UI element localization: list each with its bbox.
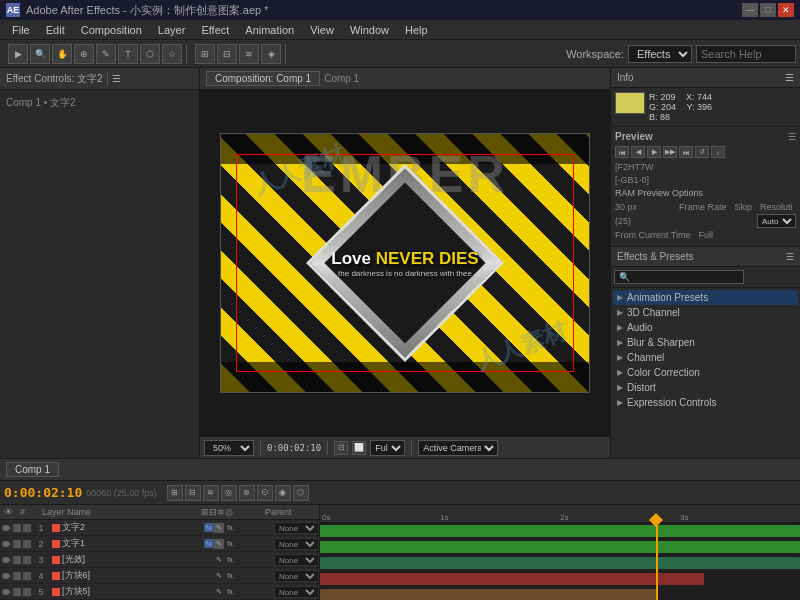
- layer-parent-select-4[interactable]: None: [274, 570, 319, 582]
- effects-item-label: Channel: [627, 352, 664, 363]
- layer-vis-1[interactable]: [0, 525, 12, 531]
- effect-controls-title: Effect Controls: 文字2: [6, 72, 103, 86]
- resolution-select[interactable]: Full: [370, 440, 405, 456]
- workspace-select[interactable]: Effects: [628, 45, 692, 63]
- composition-footer: 50% 0:00:02:10 ⊡ ⬜ Full Active Camera: [200, 436, 610, 458]
- effects-item-3d-channel[interactable]: ▶ 3D Channel: [613, 305, 798, 320]
- effects-item-color-correction[interactable]: ▶ Color Correction: [613, 365, 798, 380]
- track-rows: [320, 523, 800, 600]
- effects-item-blur[interactable]: ▶ Blur & Sharpen: [613, 335, 798, 350]
- switch-1[interactable]: ✎: [214, 523, 224, 533]
- switch-3[interactable]: ✎: [214, 539, 224, 549]
- tool-btn-12[interactable]: ◈: [261, 44, 281, 64]
- prev-back-btn[interactable]: ◀: [631, 146, 645, 158]
- timeline-tool-1[interactable]: ⊞: [167, 485, 183, 501]
- switch-10[interactable]: fx: [225, 587, 235, 597]
- tool-btn-2[interactable]: 🔍: [30, 44, 50, 64]
- zoom-select[interactable]: 50%: [204, 440, 254, 456]
- effects-menu-icon[interactable]: ☰: [786, 252, 794, 262]
- comp-tab-label[interactable]: Comp 1: [324, 73, 359, 84]
- prev-fwd-btn[interactable]: ▶▶: [663, 146, 677, 158]
- tool-btn-5[interactable]: ✎: [96, 44, 116, 64]
- layer-vis-2[interactable]: [0, 541, 12, 547]
- effects-item-expression-controls[interactable]: ▶ Expression Controls: [613, 395, 798, 410]
- tool-btn-4[interactable]: ⊕: [74, 44, 94, 64]
- timeline-tool-8[interactable]: ⬡: [293, 485, 309, 501]
- effects-item-audio[interactable]: ▶ Audio: [613, 320, 798, 335]
- prev-loop-btn[interactable]: ↺: [695, 146, 709, 158]
- menu-help[interactable]: Help: [397, 22, 436, 38]
- camera-select[interactable]: Active Camera: [418, 440, 498, 456]
- layer-vis-3[interactable]: [0, 557, 12, 563]
- switch-4[interactable]: fx: [225, 539, 235, 549]
- resolution-select-preview[interactable]: Auto: [757, 214, 796, 228]
- layer-num-5: 5: [32, 587, 50, 597]
- menu-view[interactable]: View: [302, 22, 342, 38]
- tool-btn-7[interactable]: ⬡: [140, 44, 160, 64]
- tool-btn-6[interactable]: T: [118, 44, 138, 64]
- title-bar: AE Adobe After Effects - 小实例：制作创意图案.aep …: [0, 0, 800, 20]
- tool-btn-1[interactable]: ▶: [8, 44, 28, 64]
- tool-btn-9[interactable]: ⊞: [195, 44, 215, 64]
- timeline-tool-5[interactable]: ⊛: [239, 485, 255, 501]
- switch-7[interactable]: ✎: [214, 571, 224, 581]
- timeline-tool-2[interactable]: ⊟: [185, 485, 201, 501]
- menu-edit[interactable]: Edit: [38, 22, 73, 38]
- maximize-button[interactable]: □: [760, 3, 776, 17]
- prev-first-btn[interactable]: ⏮: [615, 146, 629, 158]
- layer-panel: 👁 # Layer Name ⊞⊟≋◎ Parent 1 文字2 fx ✎ fx: [0, 505, 320, 600]
- switch-2[interactable]: fx: [225, 523, 235, 533]
- switch-5[interactable]: ✎: [214, 555, 224, 565]
- info-menu-icon[interactable]: ☰: [785, 72, 794, 83]
- prev-play-btn[interactable]: ▶: [647, 146, 661, 158]
- search-input[interactable]: [696, 45, 796, 63]
- effects-item-animation-presets[interactable]: ▶ Animation Presets: [613, 290, 798, 305]
- prev-last-btn[interactable]: ⏭: [679, 146, 693, 158]
- effects-item-channel[interactable]: ▶ Channel: [613, 350, 798, 365]
- menu-composition[interactable]: Composition: [73, 22, 150, 38]
- layer-vis-4[interactable]: [0, 573, 12, 579]
- minimize-button[interactable]: —: [742, 3, 758, 17]
- menu-effect[interactable]: Effect: [193, 22, 237, 38]
- switch-9[interactable]: ✎: [214, 587, 224, 597]
- layer-row-5: 5 [方块5] ✎ fx None: [0, 584, 319, 600]
- region-btn[interactable]: ⊡: [334, 441, 348, 455]
- timeline-tool-6[interactable]: ⏲: [257, 485, 273, 501]
- timeline-tool-4[interactable]: ◎: [221, 485, 237, 501]
- effects-search-input[interactable]: [614, 270, 744, 284]
- effects-item-distort[interactable]: ▶ Distort: [613, 380, 798, 395]
- transparency-btn[interactable]: ⬜: [352, 441, 366, 455]
- layer-parent-select-1[interactable]: None: [274, 522, 319, 534]
- layer-parent-select-2[interactable]: None: [274, 538, 319, 550]
- timeline-tool-3[interactable]: ≋: [203, 485, 219, 501]
- preview-menu-icon[interactable]: ☰: [788, 132, 796, 142]
- tool-btn-3[interactable]: ✋: [52, 44, 72, 64]
- layer-parent-select-5[interactable]: None: [274, 586, 319, 598]
- track-bar-3: [320, 557, 800, 569]
- close-button[interactable]: ✕: [778, 3, 794, 17]
- r-value: 209: [661, 92, 676, 102]
- layer-num-3: 3: [32, 555, 50, 565]
- footer-timecode: 0:00:02:10: [267, 443, 321, 453]
- frame-rate-label: Frame Rate: [679, 202, 727, 212]
- timeline-tool-7[interactable]: ◉: [275, 485, 291, 501]
- menu-layer[interactable]: Layer: [150, 22, 194, 38]
- composition-view[interactable]: EMBER Love NEVER DIES the darkness is no…: [200, 90, 610, 436]
- menu-window[interactable]: Window: [342, 22, 397, 38]
- switch-8[interactable]: fx: [225, 571, 235, 581]
- menu-file[interactable]: File: [4, 22, 38, 38]
- timeline-tab[interactable]: Comp 1: [6, 462, 59, 477]
- effects-title: Effects & Presets: [617, 251, 694, 262]
- prev-mute-btn[interactable]: ♪: [711, 146, 725, 158]
- tool-btn-11[interactable]: ≋: [239, 44, 259, 64]
- layer-parent-select-3[interactable]: None: [274, 554, 319, 566]
- composition-tab[interactable]: Composition: Comp 1: [206, 71, 320, 86]
- layer-name-5: [方块5]: [62, 585, 214, 598]
- divider: [107, 72, 108, 86]
- switch-6[interactable]: fx: [225, 555, 235, 565]
- layer-vis-5[interactable]: [0, 589, 12, 595]
- tool-btn-8[interactable]: ☆: [162, 44, 182, 64]
- menu-animation[interactable]: Animation: [237, 22, 302, 38]
- tool-btn-10[interactable]: ⊟: [217, 44, 237, 64]
- track-bar-5: [320, 589, 656, 600]
